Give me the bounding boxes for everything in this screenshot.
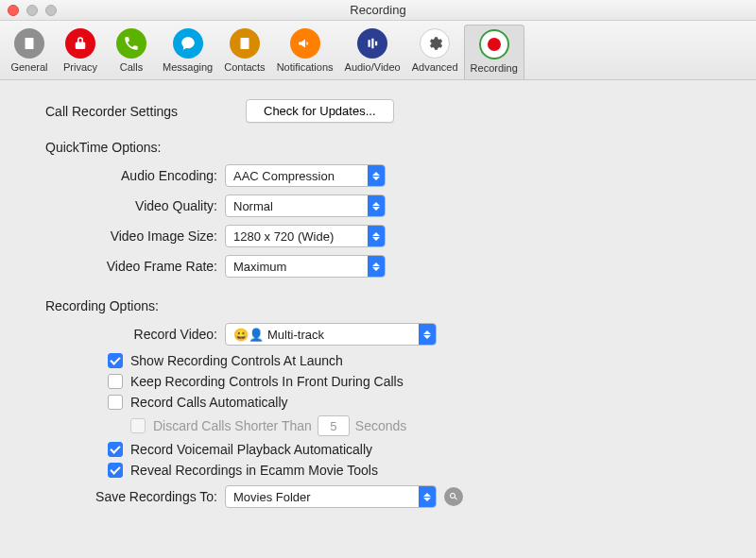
- voicemail-checkbox[interactable]: [108, 442, 123, 457]
- discard-seconds-input: [318, 415, 350, 436]
- general-icon: [14, 28, 44, 59]
- discard-short-checkbox: [130, 418, 146, 433]
- tab-privacy[interactable]: Privacy: [55, 25, 106, 79]
- tab-notifications[interactable]: Notifications: [271, 25, 339, 79]
- svg-rect-3: [371, 39, 373, 49]
- audio-encoding-select[interactable]: AAC Compression: [225, 164, 386, 187]
- tab-contacts[interactable]: Contacts: [218, 25, 270, 79]
- reveal-folder-button[interactable]: [444, 487, 463, 506]
- lock-icon: [65, 28, 95, 59]
- select-value: 1280 x 720 (Wide): [226, 229, 368, 244]
- titlebar: Recording: [0, 0, 756, 21]
- save-to-label: Save Recordings To:: [45, 489, 225, 504]
- contacts-icon: [230, 28, 260, 59]
- svg-rect-0: [26, 38, 34, 49]
- discard-pre-label: Discard Calls Shorter Than: [153, 418, 312, 433]
- tab-label: Contacts: [224, 61, 265, 73]
- chevron-updown-icon: [368, 165, 385, 186]
- tab-recording[interactable]: Recording: [464, 25, 524, 79]
- checkbox-label: Record Voicemail Playback Automatically: [130, 442, 372, 457]
- tab-audio-video[interactable]: Audio/Video: [339, 25, 406, 79]
- video-framerate-select[interactable]: Maximum: [225, 255, 386, 278]
- tab-general[interactable]: General: [4, 25, 55, 79]
- check-updates-button[interactable]: Check for Updates...: [246, 99, 394, 123]
- select-value: Movies Folder: [226, 490, 419, 504]
- content-area: Call Recorder Settings Check for Updates…: [0, 80, 756, 534]
- chevron-updown-icon: [368, 256, 385, 277]
- search-icon: [448, 491, 459, 502]
- discard-post-label: Seconds: [355, 418, 406, 433]
- checkbox-label: Keep Recording Controls In Front During …: [130, 374, 404, 389]
- video-size-label: Video Image Size:: [45, 228, 225, 244]
- checkbox-label: Reveal Recordings in Ecamm Movie Tools: [130, 463, 378, 478]
- close-icon[interactable]: [8, 5, 19, 16]
- minimize-icon[interactable]: [26, 5, 38, 16]
- tab-messaging[interactable]: Messaging: [157, 25, 218, 79]
- tab-label: Audio/Video: [345, 61, 401, 73]
- tab-label: Notifications: [277, 61, 334, 73]
- select-value: Normal: [226, 199, 368, 213]
- av-icon: [357, 28, 387, 59]
- reveal-checkbox[interactable]: [108, 463, 123, 478]
- audio-encoding-label: Audio Encoding:: [45, 168, 225, 183]
- tab-label: Messaging: [163, 61, 213, 73]
- save-to-select[interactable]: Movies Folder: [225, 485, 437, 508]
- show-controls-checkbox[interactable]: [108, 353, 123, 368]
- quicktime-heading: QuickTime Options:: [45, 140, 711, 155]
- chat-icon: [173, 28, 203, 59]
- select-value: 😀👤Multi-track: [226, 328, 419, 342]
- traffic-lights: [8, 5, 57, 16]
- checkbox-label: Record Calls Automatically: [130, 395, 288, 410]
- gear-icon: [420, 28, 450, 59]
- checkbox-label: Show Recording Controls At Launch: [130, 353, 343, 368]
- chevron-updown-icon: [368, 226, 385, 246]
- tab-calls[interactable]: Calls: [106, 25, 157, 79]
- video-quality-label: Video Quality:: [45, 198, 225, 213]
- tab-advanced[interactable]: Advanced: [406, 25, 464, 79]
- video-size-select[interactable]: 1280 x 720 (Wide): [225, 225, 386, 247]
- record-icon: [479, 29, 509, 59]
- settings-heading: Call Recorder Settings: [45, 104, 246, 119]
- tab-label: Calls: [120, 61, 143, 73]
- svg-rect-2: [369, 40, 370, 47]
- svg-rect-4: [375, 42, 377, 46]
- chevron-updown-icon: [419, 486, 436, 507]
- tab-label: Privacy: [63, 61, 97, 73]
- chevron-updown-icon: [419, 324, 436, 345]
- auto-record-checkbox[interactable]: [108, 395, 123, 410]
- phone-icon: [116, 28, 146, 59]
- select-value: AAC Compression: [226, 169, 368, 183]
- select-value: Maximum: [226, 260, 368, 274]
- video-quality-select[interactable]: Normal: [225, 194, 386, 217]
- window-title: Recording: [0, 3, 756, 17]
- keep-front-checkbox[interactable]: [108, 374, 123, 389]
- toolbar: General Privacy Calls Messaging Contacts…: [0, 21, 756, 80]
- tab-label: Advanced: [412, 61, 458, 73]
- tab-label: General: [10, 61, 47, 73]
- record-video-select[interactable]: 😀👤Multi-track: [225, 323, 437, 346]
- recording-options-heading: Recording Options:: [45, 298, 711, 313]
- megaphone-icon: [290, 28, 320, 59]
- svg-rect-1: [240, 38, 249, 49]
- tab-label: Recording: [471, 62, 518, 74]
- video-framerate-label: Video Frame Rate:: [45, 259, 225, 274]
- chevron-updown-icon: [368, 195, 385, 216]
- multitrack-icon: 😀👤: [233, 328, 264, 342]
- maximize-icon[interactable]: [45, 5, 57, 16]
- record-video-label: Record Video:: [45, 327, 225, 342]
